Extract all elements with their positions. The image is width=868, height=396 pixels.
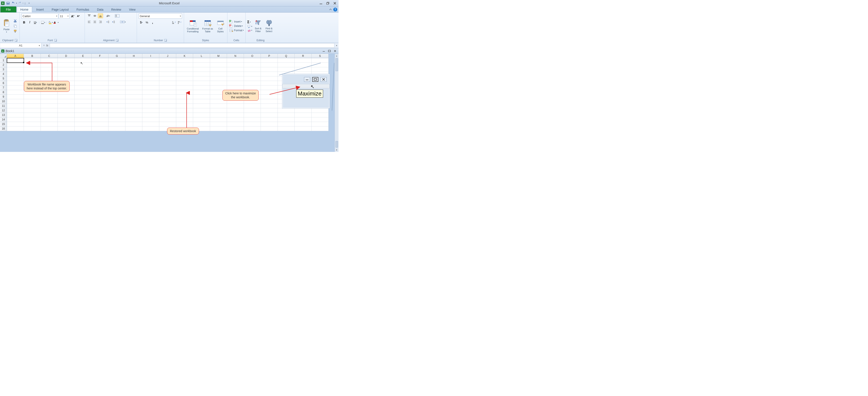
cell[interactable] [176,63,193,67]
cell[interactable] [142,108,159,113]
vertical-scrollbar[interactable]: ▴ ▾ [335,54,339,152]
align-left-button[interactable] [87,20,92,24]
cell[interactable] [244,108,261,113]
cell[interactable] [312,63,329,67]
cell[interactable] [92,86,108,90]
qat-customize-button[interactable]: ▾ [27,1,31,6]
scroll-thumb-lower[interactable] [336,141,338,148]
cell[interactable] [176,108,193,113]
scroll-thumb[interactable] [336,58,338,71]
cell[interactable] [7,113,24,117]
column-header[interactable]: M [210,54,227,58]
cell[interactable] [261,72,278,77]
row-header[interactable]: 10 [0,99,7,104]
cell[interactable] [193,99,210,104]
cell[interactable] [261,67,278,72]
redo-dropdown-icon[interactable]: ▾ [23,2,24,4]
cell[interactable] [193,90,210,95]
tab-review[interactable]: Review [107,6,125,12]
cell[interactable] [142,117,159,122]
cell[interactable] [75,90,92,95]
cell[interactable] [58,63,75,67]
cell[interactable] [7,117,24,122]
undo-button[interactable] [11,1,16,6]
merge-center-button[interactable]: ▾ [120,20,126,24]
wrap-text-button[interactable]: abc↵ [114,13,120,18]
cell[interactable] [176,67,193,72]
sort-filter-button[interactable]: AZ Sort & Filter [253,19,263,33]
increase-indent-button[interactable] [111,20,116,24]
cell[interactable] [159,81,176,86]
cell[interactable] [41,126,58,131]
row-header[interactable]: 5 [0,77,7,81]
workbook-minimize-button[interactable] [321,50,326,53]
cell[interactable] [193,113,210,117]
name-box[interactable]: A1▾ [0,43,41,48]
cell[interactable] [193,117,210,122]
cell[interactable] [75,86,92,90]
cell[interactable] [312,122,329,126]
expand-formula-bar-button[interactable]: ▾ [335,43,339,48]
cell[interactable] [312,58,329,63]
cell[interactable] [24,126,41,131]
cell[interactable] [210,113,227,117]
cell[interactable] [295,63,312,67]
cell[interactable] [295,108,312,113]
cell[interactable] [261,117,278,122]
cell[interactable] [142,99,159,104]
cell[interactable] [227,126,244,131]
cell[interactable] [58,122,75,126]
column-header[interactable]: R [295,54,312,58]
cell[interactable] [142,81,159,86]
cell[interactable] [92,113,108,117]
cell[interactable] [176,95,193,99]
cell[interactable] [142,90,159,95]
row-header[interactable]: 9 [0,95,7,99]
cell[interactable] [41,67,58,72]
row-header[interactable]: 16 [0,126,7,131]
number-format-combo[interactable]: General▾ [139,13,182,19]
cell[interactable] [41,122,58,126]
cell[interactable] [278,117,295,122]
cell[interactable] [142,58,159,63]
find-select-button[interactable]: Find & Select [264,19,274,33]
cell[interactable] [227,81,244,86]
row-header[interactable]: 6 [0,81,7,86]
cell[interactable] [278,63,295,67]
cell[interactable] [41,113,58,117]
cell[interactable] [261,126,278,131]
column-header[interactable]: D [58,54,75,58]
cell[interactable] [92,117,108,122]
column-header[interactable]: P [261,54,278,58]
cell[interactable] [41,108,58,113]
cell[interactable] [75,81,92,86]
cell[interactable] [24,108,41,113]
cell[interactable] [108,81,125,86]
tab-view[interactable]: View [125,6,139,12]
cell[interactable] [244,63,261,67]
cell[interactable] [227,117,244,122]
undo-dropdown-icon[interactable]: ▾ [16,2,17,4]
fill-color-button[interactable]: ▾ [48,20,53,25]
cell[interactable] [7,126,24,131]
cell[interactable] [108,86,125,90]
column-header[interactable]: Q [278,54,295,58]
cell[interactable] [75,122,92,126]
cell[interactable] [142,122,159,126]
cell[interactable] [24,77,41,81]
cell[interactable] [75,104,92,108]
cell[interactable] [108,95,125,99]
cancel-formula-icon[interactable]: ✕ [43,44,45,47]
cell[interactable] [125,122,142,126]
restore-button[interactable] [325,1,331,5]
row-header[interactable]: 4 [0,72,7,77]
cell[interactable] [142,63,159,67]
cell[interactable] [58,104,75,108]
cell[interactable] [244,113,261,117]
cell[interactable] [58,58,75,63]
cell[interactable] [75,58,92,63]
tab-insert[interactable]: Insert [33,6,48,12]
cell[interactable] [7,58,24,63]
column-header[interactable]: A [7,54,24,58]
save-button[interactable] [6,1,10,6]
